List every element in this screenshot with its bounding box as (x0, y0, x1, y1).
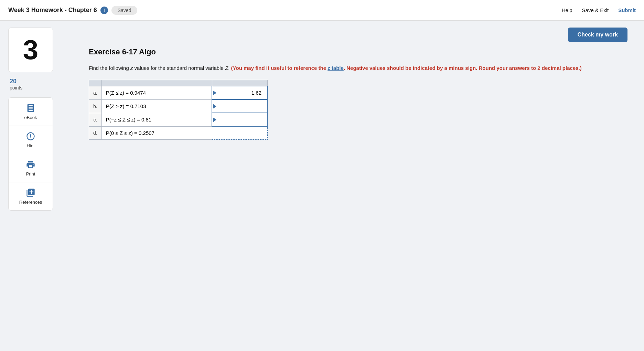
hint-icon (26, 131, 35, 141)
ebook-label: eBook (24, 115, 37, 120)
save-exit-button[interactable]: Save & Exit (582, 7, 609, 13)
row-a-arrow-icon (213, 91, 216, 95)
references-label: References (19, 200, 42, 205)
question-number: 3 (23, 34, 39, 66)
row-a-condition: P(Z ≤ z) = 0.9474 (101, 86, 212, 99)
check-my-work-button[interactable]: Check my work (568, 28, 627, 42)
problem-instruction: (You may find it useful to reference the… (231, 65, 582, 71)
table-row: d. P(0 ≤ Z ≤ z) = 0.2507 (89, 126, 268, 140)
page-title: Week 3 Homework - Chapter 6 (8, 7, 97, 14)
table-row: b. P(Z > z) = 0.7103 (89, 99, 268, 113)
sidebar-tools: eBook Hint Print Reference (8, 97, 53, 211)
problem-Z-italic: Z (225, 65, 228, 71)
table-row: a. P(Z ≤ z) = 0.9474 (89, 86, 268, 99)
z-table-link[interactable]: z table (328, 65, 344, 71)
help-button[interactable]: Help (562, 7, 572, 13)
row-b-label: b. (89, 99, 102, 113)
row-d-answer-cell (212, 126, 267, 140)
problem-text-part3: . (228, 65, 231, 71)
answer-table: a. P(Z ≤ z) = 0.9474 b. P(Z > z) = 0.710… (89, 80, 268, 140)
points-label: points (10, 85, 80, 91)
row-c-input[interactable] (216, 116, 263, 123)
row-c-condition: P(−z ≤ Z ≤ z) = 0.81 (101, 113, 212, 126)
exercise-title: Exercise 6-17 Algo (89, 47, 627, 56)
sidebar: 3 20 points eBook Hint (8, 28, 80, 211)
hint-tool[interactable]: Hint (9, 126, 53, 154)
row-c-arrow-icon (213, 117, 216, 122)
check-my-work-container: Check my work (89, 28, 627, 42)
points-number: 20 (10, 78, 80, 85)
saved-badge: Saved (111, 6, 138, 15)
row-d-input[interactable] (216, 129, 263, 137)
row-c-answer-cell (212, 113, 267, 126)
col3-header (212, 80, 267, 86)
row-b-condition: P(Z > z) = 0.7103 (101, 99, 212, 113)
row-a-answer-cell (212, 86, 267, 99)
table-header-row (89, 80, 268, 86)
references-icon (26, 188, 35, 198)
row-d-condition: P(0 ≤ Z ≤ z) = 0.2507 (101, 126, 212, 140)
question-number-box: 3 (8, 28, 53, 72)
ebook-tool[interactable]: eBook (9, 98, 53, 126)
row-b-answer-cell (212, 99, 267, 113)
problem-text-part1: Find the following (89, 65, 130, 71)
problem-text-part2: values for the standard normal variable (133, 65, 225, 71)
print-label: Print (26, 171, 35, 177)
main-layout: 3 20 points eBook Hint (0, 21, 644, 217)
info-icon[interactable]: i (100, 7, 108, 14)
points-section: 20 points (10, 78, 80, 91)
row-a-input[interactable] (216, 89, 263, 96)
submit-button[interactable]: Submit (618, 7, 636, 13)
row-b-arrow-icon (213, 104, 216, 109)
content-area: Check my work Exercise 6-17 Algo Find th… (80, 28, 636, 211)
problem-text: Find the following z values for the stan… (89, 64, 627, 72)
row-d-label: d. (89, 126, 102, 140)
row-a-label: a. (89, 86, 102, 99)
header-right: Help Save & Exit Submit (562, 7, 636, 13)
references-tool[interactable]: References (9, 182, 53, 210)
col1-header (89, 80, 102, 86)
table-row: c. P(−z ≤ Z ≤ z) = 0.81 (89, 113, 268, 126)
ebook-icon (26, 103, 35, 113)
hint-label: Hint (26, 143, 34, 148)
print-icon (26, 160, 35, 169)
col2-header (101, 80, 212, 86)
header-left: Week 3 Homework - Chapter 6 i Saved (8, 6, 137, 15)
header: Week 3 Homework - Chapter 6 i Saved Help… (0, 0, 644, 21)
row-c-label: c. (89, 113, 102, 126)
print-tool[interactable]: Print (9, 154, 53, 182)
row-b-input[interactable] (216, 103, 263, 110)
